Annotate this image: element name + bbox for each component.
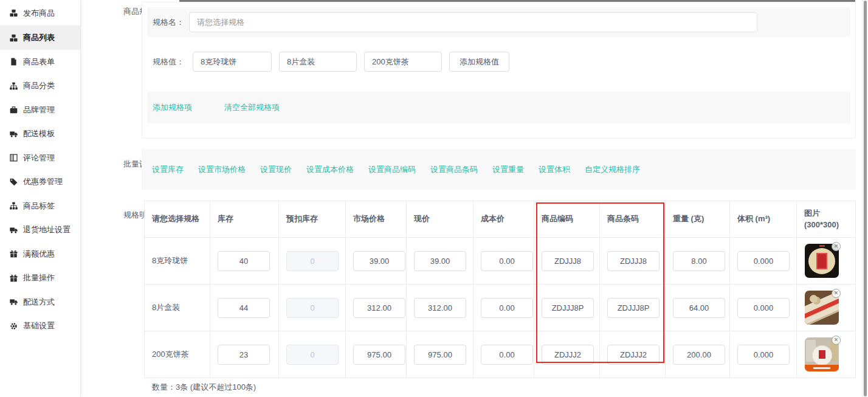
batch-settings-bar: 设置库存设置市场价格设置现价设置成本价格设置商品编码设置商品条码设置重量设置体积… bbox=[142, 149, 856, 190]
batch-link-1[interactable]: 设置库存 bbox=[152, 164, 184, 175]
batch-link-3[interactable]: 设置现价 bbox=[260, 164, 292, 175]
barcode-input[interactable] bbox=[607, 251, 660, 271]
spec-name-label: 规格名： bbox=[153, 17, 184, 28]
batch-link-7[interactable]: 设置重量 bbox=[492, 164, 524, 175]
sidebar-item-13[interactable]: 配送方式 bbox=[0, 290, 80, 314]
volume-input[interactable] bbox=[737, 251, 790, 271]
sidebar-item-9[interactable]: 商品标签 bbox=[0, 194, 80, 218]
column-header-image: 图片 (300*300) bbox=[797, 201, 856, 238]
barcode-input[interactable] bbox=[607, 298, 660, 318]
row-count-note: 数量：3条 (建议不超过100条) bbox=[152, 382, 256, 393]
cost-input[interactable] bbox=[481, 298, 533, 318]
spec-name-text: 8片盒装 bbox=[152, 302, 180, 313]
sidebar-item-14[interactable]: 基础设置 bbox=[0, 314, 80, 339]
code-cell bbox=[534, 285, 600, 331]
code-input[interactable] bbox=[542, 251, 594, 271]
spec-actions-row: 添加规格项 清空全部规格项 bbox=[147, 92, 850, 123]
file-icon bbox=[9, 58, 18, 66]
weight-cell bbox=[666, 285, 730, 331]
spec-value-input-3[interactable] bbox=[364, 52, 442, 72]
sidebar-item-label: 商品列表 bbox=[23, 32, 55, 43]
stock-input[interactable] bbox=[218, 298, 270, 318]
column-header-weight: 重量 (克) bbox=[666, 201, 730, 238]
batch-link-6[interactable]: 设置商品条码 bbox=[430, 164, 478, 175]
code-input[interactable] bbox=[542, 345, 594, 365]
sidebar-item-12[interactable]: 批量操作 bbox=[0, 266, 80, 291]
sidebar-item-3[interactable]: 商品表单 bbox=[0, 50, 80, 74]
sidebar-item-1[interactable]: 发布商品 bbox=[0, 1, 80, 26]
code-input[interactable] bbox=[542, 298, 594, 318]
column-header-barcode: 商品条码 bbox=[600, 201, 666, 238]
batch-link-5[interactable]: 设置商品编码 bbox=[368, 164, 416, 175]
spec-value-input-2[interactable] bbox=[279, 52, 357, 72]
barcode-cell bbox=[600, 285, 666, 331]
volume-cell bbox=[730, 238, 797, 285]
sidebar-item-label: 商品标签 bbox=[23, 201, 55, 212]
gift-icon bbox=[9, 274, 18, 282]
sidebar-item-2[interactable]: 商品列表 bbox=[0, 26, 80, 50]
remove-image-icon[interactable]: ✕ bbox=[832, 289, 841, 298]
price-input[interactable] bbox=[414, 298, 466, 318]
cost-input[interactable] bbox=[481, 251, 533, 271]
sidebar-item-label: 品牌管理 bbox=[23, 105, 55, 116]
reserved-cell bbox=[279, 331, 346, 378]
barcode-input[interactable] bbox=[607, 345, 660, 365]
sidebar-item-4[interactable]: 商品分类 bbox=[0, 74, 80, 98]
code-cell bbox=[534, 331, 600, 378]
sidebar-item-6[interactable]: 配送模板 bbox=[0, 122, 80, 147]
sidebar-item-label: 批量操作 bbox=[23, 272, 55, 283]
add-spec-value-button[interactable]: 添加规格值 bbox=[449, 52, 509, 72]
sidebar-item-10[interactable]: 退货地址设置 bbox=[0, 218, 80, 243]
batch-link-2[interactable]: 设置市场价格 bbox=[198, 164, 246, 175]
batch-link-9[interactable]: 自定义规格排序 bbox=[585, 164, 640, 175]
stock-input[interactable] bbox=[218, 345, 270, 365]
reserved-input bbox=[286, 251, 339, 271]
tags-icon bbox=[9, 178, 18, 186]
scrollbar-thumb[interactable] bbox=[864, 1, 867, 396]
sidebar-item-label: 优惠券管理 bbox=[23, 176, 63, 187]
remove-image-icon[interactable]: ✕ bbox=[832, 336, 841, 345]
spec-name-cell: 200克饼茶 bbox=[145, 331, 210, 378]
thumbnail-art bbox=[819, 245, 825, 247]
cost-input[interactable] bbox=[481, 345, 533, 365]
price-input[interactable] bbox=[414, 345, 466, 365]
price-input[interactable] bbox=[414, 251, 466, 271]
column-header-market_price: 市场价格 bbox=[346, 201, 407, 238]
sidebar-item-label: 退货地址设置 bbox=[23, 224, 71, 235]
thumbnail-art bbox=[813, 367, 830, 369]
product-image-wrap: ✕ bbox=[805, 337, 839, 371]
add-spec-item-link[interactable]: 添加规格项 bbox=[153, 102, 192, 113]
market_price-input[interactable] bbox=[353, 251, 405, 271]
sidebar-item-label: 满额优惠 bbox=[23, 249, 55, 260]
weight-input[interactable] bbox=[673, 251, 725, 271]
table-row: 200克饼茶✕ bbox=[145, 331, 856, 378]
gear-icon bbox=[9, 322, 18, 330]
spec-value-input-1[interactable] bbox=[193, 52, 272, 72]
vertical-scrollbar[interactable] bbox=[863, 0, 868, 397]
spec-name-input[interactable] bbox=[189, 12, 757, 32]
image-cell: ✕ bbox=[797, 238, 856, 285]
weight-cell bbox=[666, 331, 730, 378]
stock-input[interactable] bbox=[218, 251, 270, 271]
weight-input[interactable] bbox=[673, 345, 725, 365]
sidebar-item-7[interactable]: 评论管理 bbox=[0, 146, 80, 170]
thumbnail-art bbox=[810, 295, 818, 303]
cubes-icon bbox=[9, 33, 18, 42]
sidebar-item-label: 商品分类 bbox=[23, 80, 55, 91]
column-header-cost: 成本价 bbox=[474, 201, 534, 238]
market_price-input[interactable] bbox=[353, 298, 405, 318]
spec-value-row: 规格值： 添加规格值 bbox=[147, 52, 850, 72]
spec-value-label: 规格值： bbox=[153, 57, 184, 67]
sidebar-item-11[interactable]: 满额优惠 bbox=[0, 242, 80, 266]
remove-image-icon[interactable]: ✕ bbox=[832, 242, 841, 251]
batch-link-8[interactable]: 设置体积 bbox=[539, 164, 570, 175]
briefcase-icon bbox=[9, 106, 18, 114]
sidebar-item-5[interactable]: 品牌管理 bbox=[0, 98, 80, 122]
sidebar-item-8[interactable]: 优惠券管理 bbox=[0, 170, 80, 195]
clear-spec-items-link[interactable]: 清空全部规格项 bbox=[224, 102, 280, 113]
volume-input[interactable] bbox=[737, 345, 790, 365]
batch-link-4[interactable]: 设置成本价格 bbox=[306, 164, 354, 175]
market_price-input[interactable] bbox=[353, 345, 405, 365]
weight-input[interactable] bbox=[673, 298, 725, 318]
volume-input[interactable] bbox=[737, 298, 790, 318]
